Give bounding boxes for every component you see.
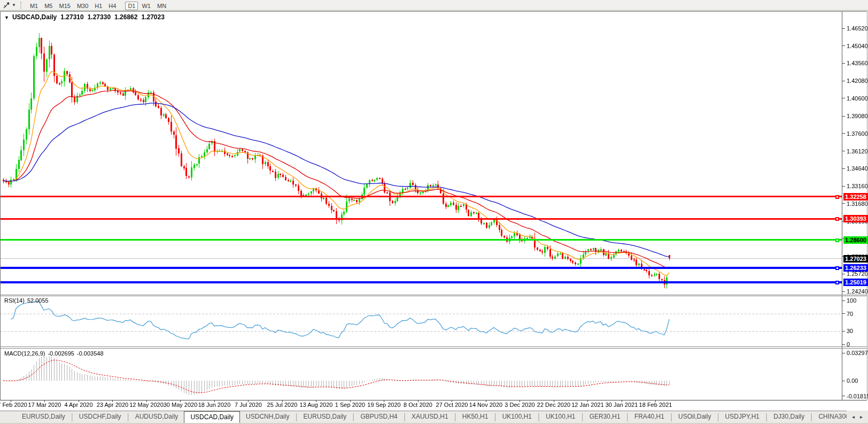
tab-hk50-h1[interactable]: HK50,H1 — [456, 411, 494, 423]
tab-fra40-h1[interactable]: FRA40,H1 — [629, 411, 670, 423]
tf-button-m30[interactable]: M30 — [74, 2, 91, 10]
toolbar-grip — [20, 2, 23, 9]
tab-gbpusd-h4[interactable]: GBPUSD,H4 — [354, 411, 403, 423]
timeframe-buttons: M1M5M15M30H1H4D1W1MN — [27, 1, 169, 10]
timeframe-toolbar: ▼ M1M5M15M30H1H4D1W1MN — [0, 0, 868, 11]
chevron-down-icon[interactable]: ▼ — [12, 3, 16, 7]
tab-eurusd-daily[interactable]: EURUSD,Daily — [298, 411, 353, 423]
tab-usdchf-daily[interactable]: USDCHF,Daily — [73, 411, 127, 423]
tf-button-m1[interactable]: M1 — [27, 2, 41, 10]
terminal-window: ▼ M1M5M15M30H1H4D1W1MN ▼USDCAD,Daily1.27… — [0, 0, 868, 424]
tab-ger30-h1[interactable]: GER30,H1 — [584, 411, 626, 423]
tab-uk100-h1[interactable]: UK100,H1 — [540, 411, 581, 423]
chart-cursor-glyph — [3, 1, 11, 9]
symbol-tab-bar: EURUSD,Daily|USDCHF,Daily|AUDUSD,DailyUS… — [0, 411, 868, 423]
tf-button-m15[interactable]: M15 — [56, 2, 73, 10]
tf-button-h1[interactable]: H1 — [92, 2, 105, 10]
tab-audusd-daily[interactable]: AUDUSD,Daily — [129, 411, 184, 423]
tab-usdcad-daily[interactable]: USDCAD,Daily — [184, 411, 240, 423]
tab-xauusd-h1[interactable]: XAUUSD,H1 — [406, 411, 454, 423]
tf-button-m5[interactable]: M5 — [42, 2, 55, 10]
chart-canvas[interactable] — [0, 11, 868, 411]
tab-usdcnh-daily[interactable]: USDCNH,Daily — [240, 411, 295, 423]
tf-button-w1[interactable]: W1 — [139, 2, 153, 10]
chart-cursor-icon[interactable] — [2, 1, 11, 10]
tf-button-mn[interactable]: MN — [154, 2, 169, 10]
tf-button-d1[interactable]: D1 — [125, 2, 138, 10]
tab-eurusd-daily[interactable]: EURUSD,Daily — [16, 411, 71, 423]
tab-uk100-h1[interactable]: UK100,H1 — [497, 411, 538, 423]
tab-scroll-arrows: ◂ ▸ — [847, 411, 868, 422]
tab-dj30-daily[interactable]: DJ30,Daily — [768, 411, 810, 423]
tab-usoil-daily[interactable]: USOil,Daily — [672, 411, 717, 423]
tf-button-h4[interactable]: H4 — [106, 2, 119, 10]
tabs-scroll-left-button[interactable]: ◂ — [852, 414, 855, 420]
tabs-scroll-right-button[interactable]: ▸ — [860, 414, 863, 420]
tab-usdjpy-h1[interactable]: USDJPY,H1 — [719, 411, 765, 423]
